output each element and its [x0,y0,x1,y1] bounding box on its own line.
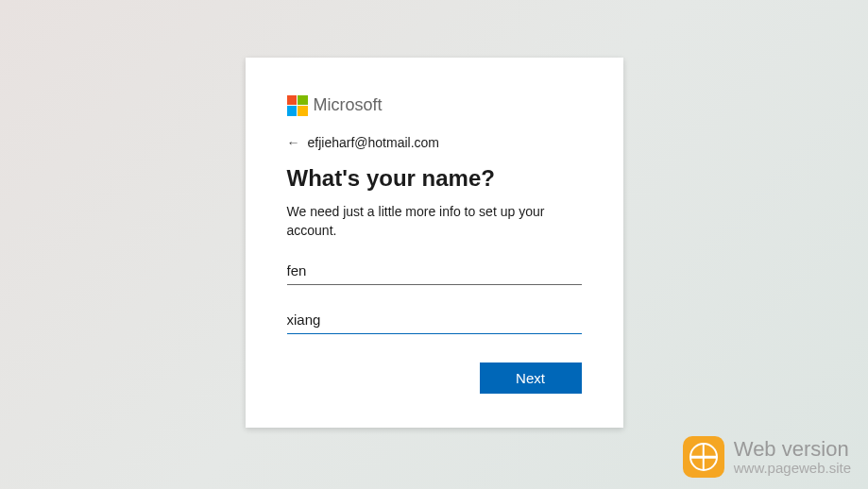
watermark: Web version www.pageweb.site [683,436,851,478]
button-row: Next [287,363,582,394]
globe-icon [683,436,724,478]
microsoft-logo-icon [287,95,308,116]
signup-card: Microsoft ← efjieharf@hotmail.com What's… [246,58,623,428]
identity-email: efjieharf@hotmail.com [308,135,440,150]
back-link[interactable]: ← efjieharf@hotmail.com [287,135,582,150]
first-name-input[interactable] [287,257,582,285]
watermark-text: Web version www.pageweb.site [734,438,851,477]
next-button[interactable]: Next [480,363,582,394]
watermark-url: www.pageweb.site [734,461,851,477]
brand-row: Microsoft [287,95,582,116]
page-subtitle: We need just a little more info to set u… [287,203,570,240]
brand-label: Microsoft [314,95,383,115]
watermark-title: Web version [734,438,851,461]
last-name-input[interactable] [287,306,582,334]
page-title: What's your name? [287,165,582,192]
back-arrow-icon: ← [287,135,300,150]
